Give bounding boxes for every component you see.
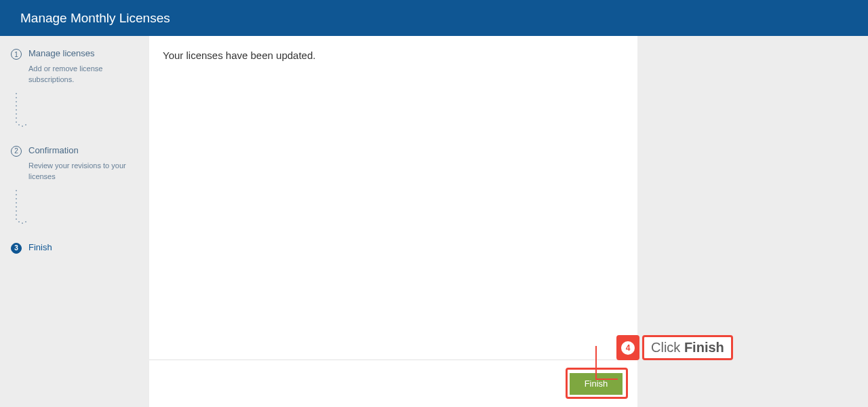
status-message: Your licenses have been updated. <box>163 50 315 61</box>
tutorial-instruction: Click Finish <box>642 335 733 360</box>
svg-point-13 <box>16 198 17 199</box>
svg-point-7 <box>16 121 17 123</box>
wizard-sidebar: 1 Manage licenses Add or remove license … <box>0 36 149 407</box>
step-title: Manage licenses <box>28 48 138 60</box>
svg-point-14 <box>16 202 17 204</box>
main-content: Your licenses have been updated. <box>149 36 637 360</box>
step-number-icon: 1 <box>11 49 22 60</box>
svg-point-2 <box>16 101 17 102</box>
svg-point-5 <box>16 113 17 115</box>
step-finish[interactable]: 3 Finish <box>11 242 138 254</box>
svg-point-6 <box>16 117 17 119</box>
svg-point-17 <box>16 214 17 216</box>
svg-point-21 <box>25 221 26 222</box>
svg-point-9 <box>22 125 23 127</box>
body: 1 Manage licenses Add or remove license … <box>0 36 868 407</box>
step-number-icon: 3 <box>11 243 22 254</box>
svg-point-16 <box>16 210 17 212</box>
tutorial-step-badge: 4 <box>616 335 639 360</box>
step-connector-icon <box>16 91 29 130</box>
svg-point-18 <box>16 218 17 220</box>
tutorial-step-number: 4 <box>621 341 635 355</box>
step-manage-licenses[interactable]: 1 Manage licenses Add or remove license … <box>11 48 138 85</box>
svg-point-8 <box>18 124 20 125</box>
step-description: Add or remove license subscriptions. <box>28 64 138 85</box>
svg-point-20 <box>22 222 23 224</box>
step-title: Confirmation <box>28 145 138 157</box>
main-panel: Your licenses have been updated. Finish <box>149 36 637 407</box>
page-header: Manage Monthly Licenses <box>0 0 868 36</box>
main-footer: Finish <box>149 360 637 407</box>
step-connector-icon <box>16 188 29 227</box>
svg-point-3 <box>16 105 17 106</box>
svg-point-12 <box>16 194 17 195</box>
step-number-icon: 2 <box>11 146 22 157</box>
step-confirmation[interactable]: 2 Confirmation Review your revisions to … <box>11 145 138 182</box>
finish-button[interactable]: Finish <box>570 373 623 395</box>
step-description: Review your revisions to your licenses <box>28 161 138 182</box>
svg-point-11 <box>16 190 17 191</box>
svg-point-1 <box>16 97 17 98</box>
svg-point-15 <box>16 206 17 208</box>
svg-point-10 <box>25 124 26 125</box>
page-title: Manage Monthly Licenses <box>20 11 170 26</box>
svg-point-19 <box>18 221 20 222</box>
svg-point-0 <box>16 93 17 94</box>
step-title: Finish <box>28 242 138 254</box>
svg-point-4 <box>16 109 17 111</box>
tutorial-callout: 4 Click Finish <box>616 335 733 360</box>
